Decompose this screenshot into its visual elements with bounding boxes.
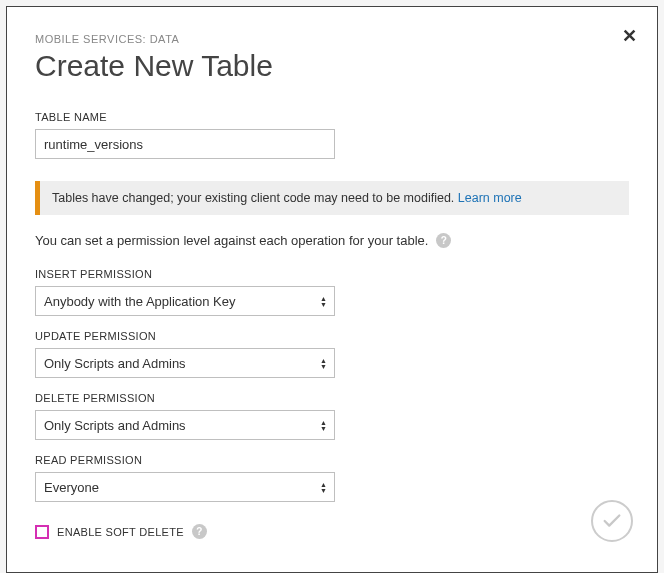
table-name-input[interactable] [35,129,335,159]
read-permission-select[interactable]: Everyone [35,472,335,502]
confirm-button[interactable] [591,500,633,542]
delete-permission-label: DELETE PERMISSION [35,392,629,404]
help-icon[interactable]: ? [192,524,207,539]
page-title: Create New Table [35,49,629,83]
delete-permission-select[interactable]: Only Scripts and Admins [35,410,335,440]
update-permission-select[interactable]: Only Scripts and Admins [35,348,335,378]
check-icon [601,510,623,532]
help-icon[interactable]: ? [436,233,451,248]
create-table-dialog: ✕ MOBILE SERVICES: DATA Create New Table… [6,6,658,573]
breadcrumb: MOBILE SERVICES: DATA [35,33,629,45]
close-icon[interactable]: ✕ [622,25,637,47]
info-banner: Tables have changed; your existing clien… [35,181,629,215]
learn-more-link[interactable]: Learn more [458,191,522,205]
enable-soft-delete-checkbox[interactable] [35,525,49,539]
insert-permission-label: INSERT PERMISSION [35,268,629,280]
read-permission-label: READ PERMISSION [35,454,629,466]
permission-description: You can set a permission level against e… [35,233,428,248]
table-name-label: TABLE NAME [35,111,629,123]
info-text: Tables have changed; your existing clien… [52,191,458,205]
insert-permission-select[interactable]: Anybody with the Application Key [35,286,335,316]
enable-soft-delete-label: ENABLE SOFT DELETE [57,526,184,538]
update-permission-label: UPDATE PERMISSION [35,330,629,342]
